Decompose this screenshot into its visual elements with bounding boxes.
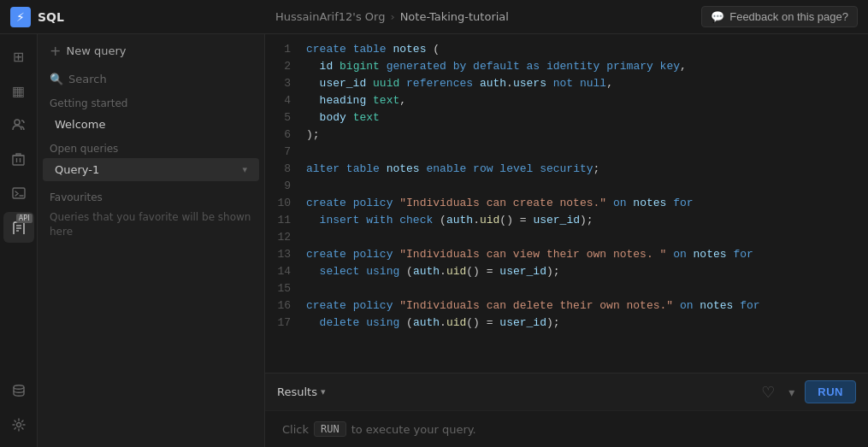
results-chevron-icon: ▾ [321,386,326,397]
results-bar: Results ▾ ♡ ▾ RUN [265,373,868,410]
execute-hint: Click RUN to execute your query. [265,410,868,447]
query-1-item[interactable]: Query-1 ▾ [43,158,259,181]
icon-sidebar: ⊞ ▦ API [0,34,38,447]
sidebar-icon-terminal[interactable] [3,178,34,209]
sidebar-icon-trash[interactable] [3,144,34,174]
svg-point-12 [16,423,21,427]
query-chevron-icon: ▾ [242,164,247,175]
editor-area: 12345 678910 1112131415 1617 create tabl… [265,34,868,447]
feedback-label: Feedback on this page? [729,10,848,23]
svg-point-0 [15,120,20,125]
new-query-button[interactable]: + New query [38,34,264,68]
main-content: ⊞ ▦ API + New query 🔍 Search [0,34,868,447]
run-button[interactable]: RUN [805,380,856,403]
favorite-button[interactable]: ♡ [758,379,778,404]
new-query-label: New query [66,44,126,57]
sidebar-icon-api[interactable]: API [3,212,34,243]
feedback-icon: 💬 [711,10,724,23]
results-text: Results [277,385,317,398]
search-bar[interactable]: 🔍 Search [38,68,264,91]
sidebar-icon-users[interactable] [3,109,34,140]
sidebar-icon-home[interactable]: ⊞ [3,41,34,72]
hint-prefix: Click [282,423,309,436]
sidebar-icon-database[interactable] [3,375,34,406]
open-queries-label: Open queries [38,136,264,158]
hint-suffix: to execute your query. [351,423,476,436]
expand-icon[interactable]: ▾ [785,382,798,403]
breadcrumb-org: HussainArif12's Org [275,10,385,23]
breadcrumb: HussainArif12's Org › Note-Taking-tutori… [275,10,701,23]
svg-point-11 [14,385,24,389]
breadcrumb-current: Note-Taking-tutorial [400,10,509,23]
api-badge: API [16,214,32,223]
svg-rect-1 [13,156,24,165]
sidebar-icon-settings[interactable] [3,409,34,440]
query-1-label: Query-1 [55,163,242,176]
logo-icon: ⚡ [10,7,31,27]
sidebar-icon-grid[interactable]: ▦ [3,75,34,106]
svg-rect-5 [13,188,25,198]
run-badge: RUN [314,421,346,437]
plus-icon: + [50,43,61,59]
breadcrumb-separator: › [390,10,394,23]
search-icon: 🔍 [50,73,63,85]
welcome-label: Welcome [55,118,247,131]
results-label: Results ▾ [277,385,325,398]
code-editor[interactable]: 12345 678910 1112131415 1617 create tabl… [265,34,868,373]
welcome-item[interactable]: Welcome [43,113,259,136]
logo-text: SQL [38,10,64,24]
feedback-button[interactable]: 💬 Feedback on this page? [701,6,858,27]
search-placeholder: Search [68,73,107,85]
favourites-label: Favourites [38,181,264,207]
left-panel: + New query 🔍 Search Getting started Wel… [38,34,265,447]
topbar: ⚡ SQL HussainArif12's Org › Note-Taking-… [0,0,868,34]
favourites-text: Queries that you favorite will be shown … [38,207,264,246]
line-numbers: 12345 678910 1112131415 1617 [265,34,296,373]
code-content[interactable]: create table notes ( id bigint generated… [296,34,868,373]
topbar-left: ⚡ SQL [10,7,275,27]
getting-started-label: Getting started [38,91,264,113]
